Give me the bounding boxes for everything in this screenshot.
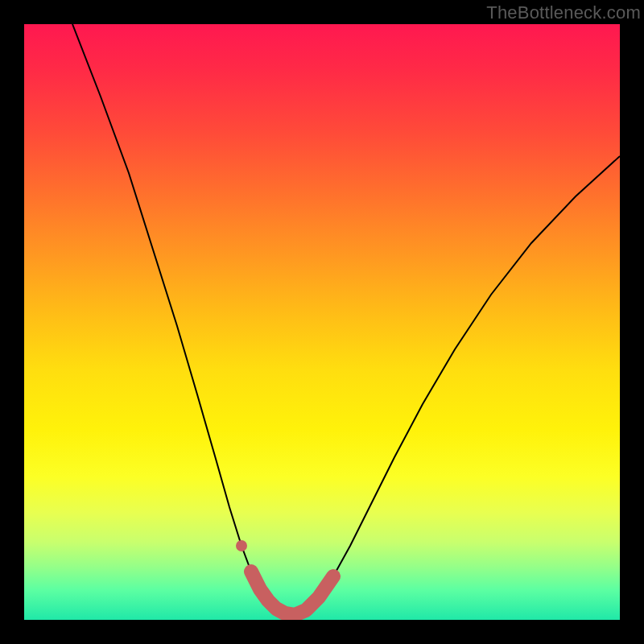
plot-area [24, 24, 620, 620]
necklace-marker [251, 572, 333, 615]
watermark: TheBottleneck.com [486, 2, 641, 23]
necklace-dot [236, 540, 247, 551]
outer-frame: TheBottleneck.com [0, 0, 644, 644]
plot-svg [24, 24, 620, 620]
bottleneck-curve [72, 24, 620, 615]
